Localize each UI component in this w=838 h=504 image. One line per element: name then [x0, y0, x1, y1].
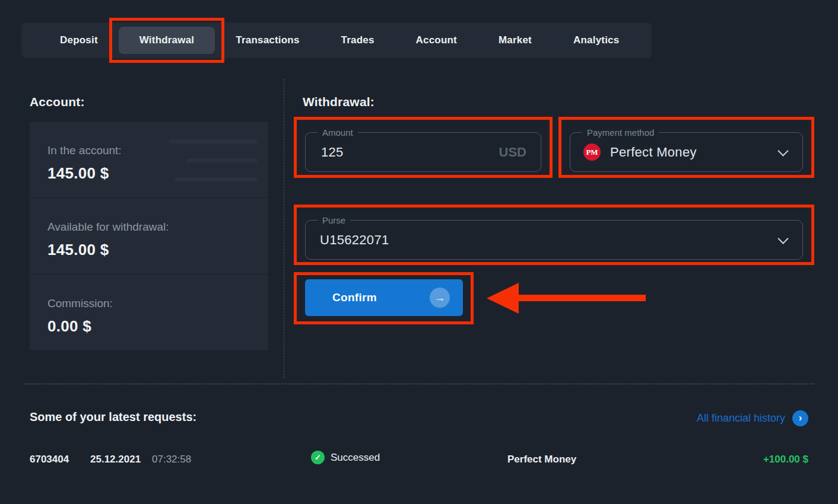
request-status: ✓ Successed	[311, 451, 380, 464]
tab-trades[interactable]: Trades	[320, 27, 395, 54]
account-row-commission: Commission: 0.00 $	[30, 274, 268, 350]
tab-deposit[interactable]: Deposit	[39, 27, 119, 54]
amount-field: Amount USD	[305, 132, 541, 172]
request-method: Perfect Money	[507, 454, 576, 465]
account-summary-card: In the account: 145.00 $ Available for w…	[30, 122, 268, 350]
tab-withdrawal-label: Withdrawal	[139, 34, 195, 46]
amount-field-label: Amount	[318, 127, 358, 138]
currency-suffix: USD	[499, 145, 526, 160]
annotation-box-purse: Purse U15622071	[294, 205, 814, 265]
request-id: 6703404	[30, 454, 69, 465]
chevron-down-icon	[777, 145, 788, 156]
check-icon: ✓	[311, 451, 325, 464]
payment-method-label: Payment method	[582, 127, 659, 138]
chevron-right-icon: ›	[792, 410, 808, 426]
all-financial-history-link[interactable]: All financial history ›	[697, 410, 808, 426]
account-row-balance: In the account: 145.00 $	[30, 122, 268, 197]
purse-label: Purse	[318, 215, 350, 226]
account-heading: Account:	[30, 95, 85, 109]
vertical-divider	[284, 79, 284, 378]
horizontal-divider	[24, 384, 814, 384]
account-commission-value: 0.00 $	[47, 317, 268, 336]
tab-transactions[interactable]: Transactions	[215, 27, 320, 54]
purse-value: U15622071	[320, 232, 389, 248]
tab-analytics[interactable]: Analytics	[553, 27, 640, 54]
chevron-down-icon	[777, 233, 788, 244]
amount-input[interactable]	[320, 144, 453, 161]
account-commission-label: Commission:	[47, 297, 268, 310]
request-amount: +100.00 $	[763, 454, 808, 465]
perfect-money-icon: PM	[583, 143, 601, 161]
annotation-box-amount: Amount USD	[294, 117, 553, 178]
top-tab-bar: Deposit Withdrawal Transactions Trades A…	[21, 23, 652, 58]
all-financial-history-label: All financial history	[697, 412, 785, 425]
red-arrow-annotation-head	[487, 283, 519, 314]
arrow-right-icon: →	[430, 288, 450, 308]
latest-requests-heading: Some of your latest requests:	[30, 410, 196, 424]
tab-account[interactable]: Account	[395, 27, 478, 54]
payment-method-select[interactable]: Payment method PM Perfect Money	[570, 132, 803, 172]
tab-withdrawal[interactable]: Withdrawal	[119, 27, 215, 54]
annotation-box-confirm: Confirm →	[294, 272, 474, 324]
payment-method-value: Perfect Money	[610, 145, 697, 160]
skeleton-line	[169, 139, 258, 143]
purse-select[interactable]: Purse U15622071	[305, 220, 803, 260]
tab-market[interactable]: Market	[478, 27, 553, 54]
account-balance-label: In the account:	[47, 144, 268, 157]
request-status-label: Successed	[331, 452, 380, 464]
confirm-button-label: Confirm	[332, 291, 377, 304]
request-time: 07:32:58	[152, 454, 191, 465]
skeleton-line	[174, 177, 258, 181]
confirm-button[interactable]: Confirm →	[305, 279, 463, 316]
skeleton-line	[186, 158, 258, 162]
account-row-available: Available for withdrawal: 145.00 $	[30, 197, 268, 274]
account-available-label: Available for withdrawal:	[47, 221, 268, 234]
red-arrow-annotation-shaft	[518, 295, 646, 301]
request-row: 6703404 25.12.2021 07:32:58 ✓ Successed …	[0, 451, 838, 471]
account-available-value: 145.00 $	[47, 241, 268, 259]
annotation-box-payment-method: Payment method PM Perfect Money	[558, 117, 814, 178]
request-date: 25.12.2021	[90, 454, 141, 465]
withdrawal-heading: Withdrawal:	[303, 95, 374, 109]
